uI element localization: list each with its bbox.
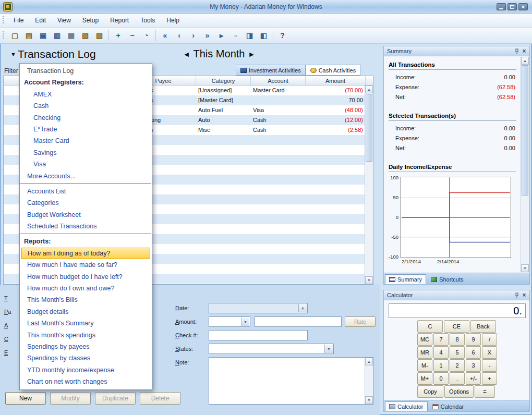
menu-item-master-card[interactable]: Master Card xyxy=(20,135,152,147)
calc-3[interactable]: 3 xyxy=(466,359,481,372)
column-header-account[interactable]: Account xyxy=(251,76,306,85)
note-scrollbar[interactable]: ▲ ▼ xyxy=(365,358,373,404)
calc-minus[interactable]: - xyxy=(482,359,497,372)
new-transaction-icon[interactable]: ▢ xyxy=(8,29,21,42)
menu-item-accounts-list[interactable]: Accounts List xyxy=(20,186,152,197)
delete-record-icon[interactable]: − xyxy=(126,29,139,42)
menu-item-cash[interactable]: Cash xyxy=(20,100,152,112)
menu-item-chart-on-net-worth-changes[interactable]: Chart on net worth changes xyxy=(20,376,152,387)
split-window-icon[interactable]: ◧ xyxy=(257,29,270,42)
tab-cash-activities[interactable]: Cash Activities xyxy=(306,65,361,76)
filter-label[interactable]: Filter xyxy=(4,67,18,75)
calc-c[interactable]: C xyxy=(417,320,443,333)
menu-item-amex[interactable]: AMEX xyxy=(20,89,152,100)
tab-calculator[interactable]: Calculator xyxy=(385,401,428,411)
menu-item-budget-details[interactable]: Budget details xyxy=(20,306,152,318)
tab-investment-activities[interactable]: Investment Activities xyxy=(236,65,306,76)
amount-input[interactable] xyxy=(255,316,342,327)
menu-file[interactable]: File xyxy=(8,14,29,27)
rate-button[interactable]: Rate xyxy=(345,316,376,327)
scrollbar-thumb[interactable] xyxy=(366,94,372,162)
close-button[interactable]: × xyxy=(518,3,528,10)
amount-type-select[interactable]: ▼ xyxy=(209,316,250,327)
menu-item-visa[interactable]: Visa xyxy=(20,158,152,170)
menu-item-how-am-i-doing-as-of-today[interactable]: How am I doing as of today? xyxy=(21,248,150,259)
last-record-icon[interactable]: » xyxy=(201,29,214,42)
tab-calendar[interactable]: Calendar xyxy=(428,401,468,411)
previous-period-icon[interactable]: ◄ xyxy=(183,50,190,58)
scroll-up-icon[interactable]: ▲ xyxy=(521,57,529,65)
pin-icon[interactable] xyxy=(513,47,521,55)
calc-m[interactable]: M+ xyxy=(417,372,432,385)
menu-item-scheduled-transactions[interactable]: Scheduled Transactions xyxy=(20,221,152,232)
calc-options[interactable]: Options xyxy=(444,385,474,398)
scroll-down-icon[interactable]: ▼ xyxy=(365,276,373,284)
scroll-up-icon[interactable]: ▲ xyxy=(365,86,373,93)
menu-item-categories[interactable]: Categories xyxy=(20,197,152,209)
tab-summary[interactable]: Summary xyxy=(385,274,426,284)
menu-setup[interactable]: Setup xyxy=(77,14,104,27)
calc-divide[interactable]: / xyxy=(482,333,497,346)
close-icon[interactable]: × xyxy=(521,291,528,299)
calc-4[interactable]: 4 xyxy=(433,346,449,359)
first-record-icon[interactable]: « xyxy=(159,29,172,42)
close-icon[interactable]: × xyxy=(521,47,528,55)
calc-plus[interactable]: + xyxy=(482,372,497,385)
calc-decimal[interactable]: . xyxy=(450,372,465,385)
calc-0[interactable]: 0 xyxy=(433,372,449,385)
print-preview-icon[interactable]: ▦ xyxy=(65,29,78,42)
calc-2[interactable]: 2 xyxy=(450,359,465,372)
delete-button[interactable]: Delete xyxy=(140,392,180,405)
calc-plus-minus[interactable]: +/- xyxy=(466,372,481,385)
import-icon[interactable]: ▧ xyxy=(79,29,92,42)
menu-item-e-trade[interactable]: E*Trade xyxy=(20,124,152,135)
table-scrollbar[interactable]: ▲ ▼ xyxy=(365,86,373,284)
menu-item-budget-worksheet[interactable]: Budget Worksheet xyxy=(20,209,152,221)
menu-edit[interactable]: Edit xyxy=(29,14,52,27)
calc-multiply[interactable]: X xyxy=(482,346,497,359)
menu-item-spendings-by-classes[interactable]: Spendings by classes xyxy=(20,352,152,364)
add-record-icon[interactable]: + xyxy=(112,29,125,42)
menu-item-last-month-s-summary[interactable]: Last Month's Summary xyxy=(20,318,152,329)
calc-mr[interactable]: MR xyxy=(417,346,432,359)
calc-m[interactable]: M- xyxy=(417,359,432,372)
menu-item-savings[interactable]: Savings xyxy=(20,147,152,158)
calc-1[interactable]: 1 xyxy=(433,359,449,372)
calc-back[interactable]: Back xyxy=(470,320,496,333)
print-icon[interactable]: ▥ xyxy=(51,29,64,42)
save-icon[interactable]: ▣ xyxy=(37,29,50,42)
menu-tools[interactable]: Tools xyxy=(135,14,161,27)
scroll-up-icon[interactable]: ▲ xyxy=(365,358,373,365)
history-icon[interactable]: ◔ xyxy=(140,29,153,42)
calc-5[interactable]: 5 xyxy=(450,346,465,359)
menu-item-checking[interactable]: Checking xyxy=(20,112,152,124)
pin-icon[interactable] xyxy=(513,291,521,299)
menu-help[interactable]: Help xyxy=(161,14,185,27)
menu-item-how-much-i-have-made-so-far[interactable]: How much I have made so far? xyxy=(20,259,152,271)
modify-button[interactable]: Modify xyxy=(50,392,91,405)
calc-6[interactable]: 6 xyxy=(466,346,481,359)
scroll-down-icon[interactable]: ▼ xyxy=(521,264,529,272)
menu-item-this-month-s-spendings[interactable]: This month's spendings xyxy=(20,329,152,341)
menu-item-ytd-monthly-income-expense[interactable]: YTD monthly income/expense xyxy=(20,364,152,376)
scrollbar-thumb[interactable] xyxy=(522,65,528,196)
column-header-amount[interactable]: Amount xyxy=(306,76,366,85)
chevron-down-icon[interactable]: ▼ xyxy=(324,345,333,353)
reports-window-icon[interactable]: ◨ xyxy=(243,29,256,42)
export-icon[interactable]: ▨ xyxy=(93,29,106,42)
accounts-window-icon[interactable]: ▫ xyxy=(229,29,242,42)
calc-7[interactable]: 7 xyxy=(433,333,449,346)
summary-scrollbar[interactable]: ▲ ▼ xyxy=(521,57,529,272)
menu-item-more-accounts[interactable]: More Accounts... xyxy=(20,170,152,182)
tab-shortcuts[interactable]: Shortcuts xyxy=(427,274,467,284)
chevron-down-icon[interactable]: ▼ xyxy=(241,318,249,326)
calc-equals[interactable]: = xyxy=(475,385,495,398)
open-register-icon[interactable]: ▤ xyxy=(22,29,35,42)
duplicate-button[interactable]: Duplicate xyxy=(95,392,136,405)
scroll-down-icon[interactable]: ▼ xyxy=(365,396,373,404)
new-button[interactable]: New xyxy=(5,392,46,405)
next-record-icon[interactable]: › xyxy=(187,29,200,42)
page-title[interactable]: Transaction Log xyxy=(18,48,96,60)
view-selector[interactable]: ▼ Transaction Log xyxy=(10,48,96,60)
goto-record-icon[interactable]: ▸ xyxy=(215,29,228,42)
